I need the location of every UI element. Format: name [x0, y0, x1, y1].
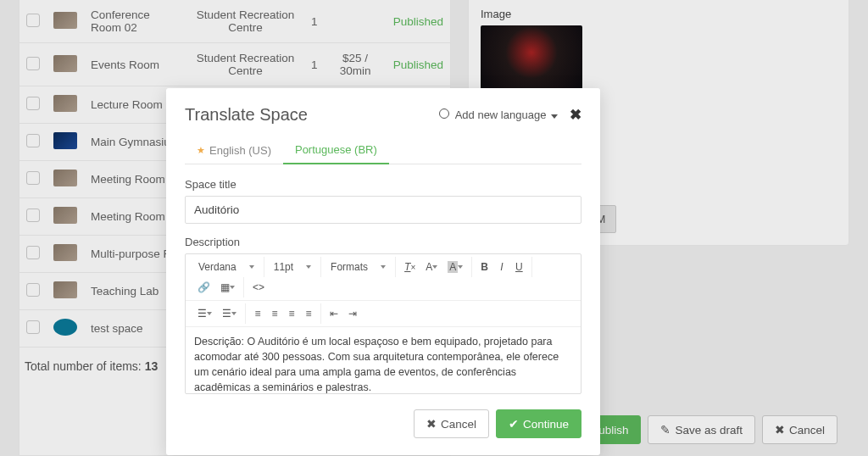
code-icon[interactable]: <> — [248, 279, 269, 296]
modal-cancel-button[interactable]: ✖ Cancel — [414, 409, 489, 438]
align-center-icon[interactable]: ≡ — [267, 305, 282, 322]
globe-icon — [439, 108, 449, 119]
bold-icon[interactable]: B — [476, 259, 492, 275]
add-language-dropdown[interactable]: Add new language — [439, 108, 558, 121]
modal-header: Translate Space Add new language ✖ — [185, 105, 581, 125]
font-family-select[interactable]: Verdana — [193, 259, 259, 275]
language-tabs: ★English (US) Portuguese (BR) — [185, 136, 581, 164]
font-size-select[interactable]: 11pt — [269, 259, 316, 275]
star-icon: ★ — [197, 145, 205, 156]
bg-color-icon[interactable]: A — [443, 259, 467, 275]
editor-textarea[interactable]: Descrição: O Auditório é um local espaço… — [186, 327, 581, 393]
outdent-icon[interactable]: ⇤ — [326, 305, 342, 322]
italic-icon[interactable]: I — [494, 259, 509, 275]
tab-english[interactable]: ★English (US) — [185, 136, 283, 164]
description-label: Description — [185, 236, 581, 248]
indent-icon[interactable]: ⇥ — [344, 305, 361, 322]
formats-select[interactable]: Formats — [326, 259, 391, 275]
editor-toolbar-1: Verdana 11pt Formats T× A A B I U 🔗 ▦ <> — [186, 254, 581, 301]
translate-space-modal: Translate Space Add new language ✖ ★Engl… — [166, 88, 600, 455]
clear-format-icon[interactable]: T× — [400, 259, 420, 275]
space-title-input[interactable] — [185, 196, 581, 224]
underline-icon[interactable]: U — [511, 259, 527, 275]
bullet-list-icon[interactable]: ☰ — [193, 305, 216, 322]
modal-continue-button[interactable]: ✔ Continue — [496, 409, 581, 438]
rich-text-editor: Verdana 11pt Formats T× A A B I U 🔗 ▦ <>… — [185, 253, 581, 394]
space-title-label: Space title — [185, 178, 581, 191]
align-right-icon[interactable]: ≡ — [284, 305, 299, 322]
link-icon[interactable]: 🔗 — [193, 279, 214, 296]
align-left-icon[interactable]: ≡ — [250, 305, 265, 322]
text-color-icon[interactable]: A — [421, 259, 442, 275]
chevron-down-icon — [551, 114, 558, 119]
editor-toolbar-2: ☰ ☰ ≡ ≡ ≡ ≡ ⇤ ⇥ — [186, 301, 581, 327]
table-icon[interactable]: ▦ — [216, 279, 239, 296]
close-icon[interactable]: ✖ — [570, 106, 581, 124]
modal-actions: ✖ Cancel ✔ Continue — [185, 409, 581, 438]
modal-title: Translate Space — [185, 105, 308, 125]
tab-portuguese[interactable]: Portuguese (BR) — [283, 136, 389, 164]
align-justify-icon[interactable]: ≡ — [301, 305, 316, 322]
number-list-icon[interactable]: ☰ — [218, 305, 241, 322]
